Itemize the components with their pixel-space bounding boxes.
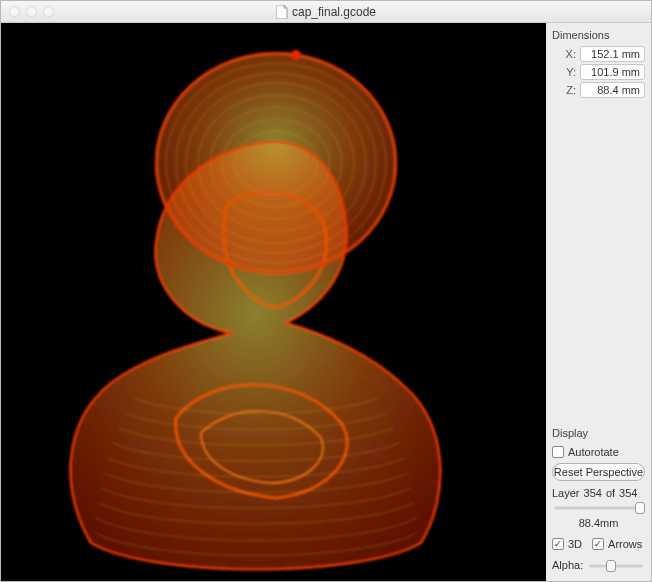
threeD-label: 3D: [568, 538, 582, 550]
layer-row: Layer 354 of 354: [552, 487, 645, 499]
alpha-slider-thumb[interactable]: [606, 560, 616, 572]
alpha-label: Alpha:: [552, 559, 583, 571]
display-title: Display: [552, 427, 645, 439]
dim-row-x: X: 152.1 mm: [552, 45, 645, 63]
gcode-viewport[interactable]: [1, 23, 546, 581]
layer-of: of: [606, 487, 615, 499]
svg-point-10: [291, 50, 301, 60]
arrows-label: Arrows: [608, 538, 642, 550]
alpha-row: Alpha:: [552, 557, 645, 573]
arrows-row[interactable]: ✓ Arrows: [592, 535, 642, 553]
document-icon: [276, 5, 288, 19]
layer-slider[interactable]: [552, 501, 645, 515]
dim-row-y: Y: 101.9 mm: [552, 63, 645, 81]
layer-slider-track: [554, 507, 643, 510]
dim-x-value[interactable]: 152.1 mm: [580, 46, 645, 62]
layer-slider-thumb[interactable]: [635, 502, 645, 514]
layer-current: 354: [584, 487, 602, 499]
toggle-row: ✓ 3D ✓ Arrows: [552, 535, 645, 553]
dim-x-label: X:: [552, 48, 580, 60]
display-panel: Display Autorotate Reset Perspective Lay…: [546, 421, 651, 581]
alpha-slider[interactable]: [587, 559, 645, 573]
threeD-row[interactable]: ✓ 3D: [552, 535, 582, 553]
sidebar: Dimensions X: 152.1 mm Y: 101.9 mm Z: 88…: [546, 23, 651, 581]
app-window: cap_final.gcode: [0, 0, 652, 582]
autorotate-label: Autorotate: [568, 446, 619, 458]
dim-z-label: Z:: [552, 84, 580, 96]
window-title: cap_final.gcode: [1, 5, 651, 19]
threeD-checkbox[interactable]: ✓: [552, 538, 564, 550]
autorotate-checkbox[interactable]: [552, 446, 564, 458]
titlebar: cap_final.gcode: [1, 1, 651, 23]
arrows-checkbox[interactable]: ✓: [592, 538, 604, 550]
dimensions-panel: Dimensions X: 152.1 mm Y: 101.9 mm Z: 88…: [546, 23, 651, 107]
content-area: Dimensions X: 152.1 mm Y: 101.9 mm Z: 88…: [1, 23, 651, 581]
autorotate-row[interactable]: Autorotate: [552, 443, 645, 461]
sidebar-spacer: [546, 107, 651, 421]
layer-total: 354: [619, 487, 637, 499]
dim-y-label: Y:: [552, 66, 580, 78]
layer-mm: 88.4mm: [552, 517, 645, 529]
window-filename: cap_final.gcode: [292, 5, 376, 19]
model-render: [1, 23, 546, 581]
dim-row-z: Z: 88.4 mm: [552, 81, 645, 99]
reset-perspective-button[interactable]: Reset Perspective: [552, 463, 645, 481]
layer-label: Layer: [552, 487, 580, 499]
dim-y-value[interactable]: 101.9 mm: [580, 64, 645, 80]
dim-z-value[interactable]: 88.4 mm: [580, 82, 645, 98]
dimensions-title: Dimensions: [552, 29, 645, 41]
